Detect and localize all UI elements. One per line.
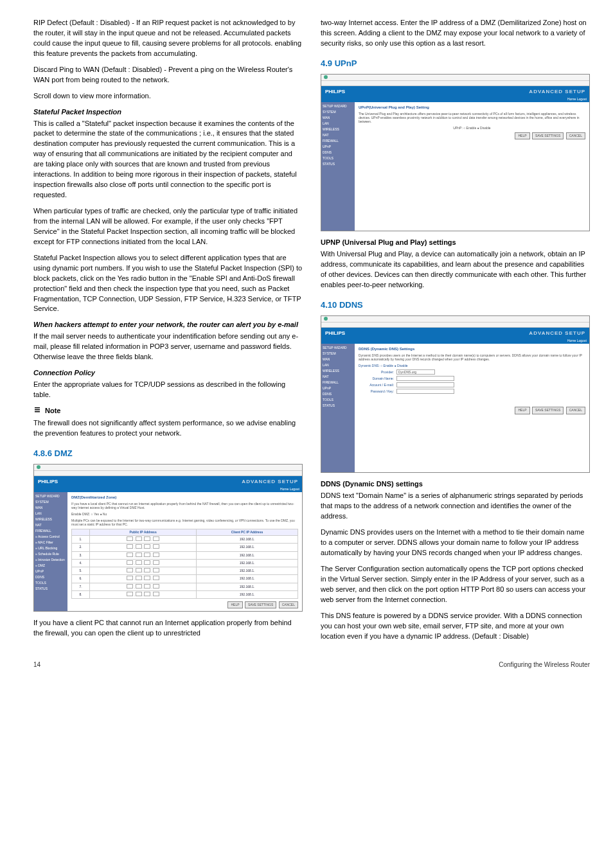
tab-bar: Home Logout — [34, 487, 302, 492]
save-button[interactable]: SAVE SETTINGS — [245, 601, 276, 608]
sidebar-item: SETUP WIZARD — [35, 493, 66, 499]
tab-bar: Home Logout — [321, 97, 589, 102]
brand-label: PHILIPS — [38, 478, 58, 486]
enable-dmz-field: Enable DMZ: ○ Yes ● No — [71, 512, 298, 516]
sidebar-item: » Schedule Rule — [35, 551, 66, 557]
help-button[interactable]: HELP — [515, 407, 529, 414]
help-button[interactable]: HELP — [515, 132, 529, 139]
main-panel: DMZ(Demilitarized Zone) If you have a lo… — [67, 492, 302, 611]
sidebar: SETUP WIZARD SYSTEM WAN LAN WIRELESS NAT… — [321, 102, 355, 231]
save-button[interactable]: SAVE SETTINGS — [532, 132, 564, 139]
screenshot-ddns: PHILIPS ADVANCED SETUP Home Logout SETUP… — [321, 315, 590, 474]
heading-486-dmz: 4.8.6 DMZ — [33, 448, 303, 460]
sidebar-item: UPnP — [323, 385, 353, 391]
sidebar-item: » Access Control — [35, 534, 66, 540]
domain-input[interactable] — [396, 376, 454, 381]
body-text: DDNS text "Domain Name" is a series of a… — [321, 491, 590, 522]
cancel-button[interactable]: CANCEL — [566, 407, 585, 414]
sidebar-item: TOOLS — [35, 580, 66, 586]
panel-title: DDNS (Dynamic DNS) Settings — [359, 346, 585, 352]
sidebar-item: NAT — [35, 522, 66, 528]
heading-upnp-settings: UPNP (Universal Plug and Play) settings — [321, 238, 590, 248]
heading-49-upnp: 4.9 UPnP — [321, 58, 590, 70]
brand-bar: PHILIPS ADVANCED SETUP — [321, 86, 589, 98]
note-label: Note — [45, 406, 60, 416]
provider-select[interactable]: DynDNS.org — [396, 369, 435, 375]
browser-addressbar — [34, 471, 302, 476]
main-panel: UPnP(Universal Plug and Play) Setting Th… — [355, 102, 589, 231]
upnp-field: UPnP: ○ Enable ● Disable — [359, 126, 585, 130]
advanced-label: ADVANCED SETUP — [529, 88, 585, 96]
browser-toolbar — [34, 465, 302, 471]
client-ip: 192.168.1. — [196, 551, 298, 559]
ddns-enable-field: Dynamic DNS: ○ Enable ● Disable — [359, 364, 408, 368]
sidebar-item: SYSTEM — [323, 351, 353, 357]
browser-toolbar — [321, 75, 589, 81]
panel-title: UPnP(Universal Plug and Play) Setting — [359, 105, 585, 111]
domain-label: Domain Name: — [359, 376, 394, 381]
note-heading: Note — [33, 406, 303, 417]
brand-bar: PHILIPS ADVANCED SETUP — [34, 476, 302, 488]
sidebar-item: UPnP — [323, 144, 353, 150]
body-text: Dynamic DNS provides users on the Intern… — [321, 527, 590, 558]
password-input[interactable] — [396, 389, 454, 394]
cancel-button[interactable]: CANCEL — [279, 601, 298, 608]
th-client-ip: Client PC IP Address — [196, 529, 298, 535]
client-ip: 192.168.1. — [196, 559, 298, 567]
sidebar: SETUP WIZARD SYSTEM WAN LAN WIRELESS NAT… — [34, 492, 67, 611]
sidebar-item: » URL Blocking — [35, 545, 66, 551]
body-text: When particular types of traffic are che… — [33, 206, 303, 247]
sidebar-item: NAT — [323, 132, 353, 138]
panel-desc: Multiple PCs can be exposed to the Inter… — [71, 518, 298, 526]
sidebar-item: WIRELESS — [323, 127, 353, 132]
body-text: With Universal Plug and Play, a device c… — [321, 249, 590, 290]
th-public-ip: Public IP Address — [90, 529, 197, 535]
footer-title: Configuring the Wireless Router — [499, 660, 590, 670]
browser-toolbar — [321, 316, 589, 323]
sidebar-item: SETUP WIZARD — [323, 345, 353, 351]
screenshot-upnp: PHILIPS ADVANCED SETUP Home Logout SETUP… — [321, 74, 590, 232]
heading-ddns-settings: DDNS (Dynamic DNS) settings — [321, 479, 590, 490]
sidebar-item: FIREWALL — [323, 138, 353, 144]
heading-connection-policy: Connection Policy — [33, 368, 303, 378]
save-button[interactable]: SAVE SETTINGS — [532, 407, 564, 414]
back-icon — [37, 465, 40, 469]
note-icon — [33, 406, 41, 417]
sidebar-item: WAN — [323, 115, 353, 121]
sidebar-item: UPnP — [35, 569, 66, 574]
client-ip: 192.168.1. — [196, 567, 298, 575]
advanced-label: ADVANCED SETUP — [529, 330, 585, 337]
account-label: Account / E-mail: — [359, 383, 394, 387]
sidebar-item: WAN — [323, 357, 353, 362]
sidebar-item: » DMZ — [35, 563, 66, 569]
sidebar-item: TOOLS — [323, 155, 353, 161]
brand-bar: PHILIPS ADVANCED SETUP — [321, 328, 589, 339]
cancel-button[interactable]: CANCEL — [566, 132, 585, 139]
sidebar-item: FIREWALL — [323, 380, 353, 385]
sidebar-item: NAT — [323, 374, 353, 380]
help-button[interactable]: HELP — [227, 601, 242, 608]
body-text: two-way Internet access. Enter the IP ad… — [321, 18, 590, 49]
back-icon — [324, 317, 328, 321]
sidebar-item: LAN — [323, 362, 353, 368]
sidebar-item: » MAC Filter — [35, 540, 66, 545]
body-text: The Server Configuration section automat… — [321, 564, 590, 605]
sidebar: SETUP WIZARD SYSTEM WAN LAN WIRELESS NAT… — [321, 344, 355, 472]
account-input[interactable] — [396, 382, 454, 387]
sidebar-item: DDNS — [323, 150, 353, 155]
sidebar-item: FIREWALL — [35, 528, 66, 534]
sidebar-item: STATUS — [323, 403, 353, 409]
body-text: Discard Ping to WAN (Default : Disabled)… — [33, 65, 303, 85]
client-ip: 192.168.1. — [196, 575, 298, 583]
advanced-label: ADVANCED SETUP — [242, 478, 298, 486]
sidebar-item: STATUS — [35, 586, 66, 592]
sidebar-item: SYSTEM — [323, 109, 353, 115]
sidebar-item: LAN — [35, 511, 66, 517]
body-text: If you have a client PC that cannot run … — [33, 618, 303, 639]
tab-bar: Home Logout — [321, 339, 589, 344]
body-text: This DNS feature is powered by a DDNS se… — [321, 611, 590, 642]
dmz-table: Public IP AddressClient PC IP Address 1.… — [71, 529, 298, 599]
page-footer: 14 Configuring the Wireless Router — [33, 660, 590, 670]
heading-410-ddns: 4.10 DDNS — [321, 299, 590, 312]
heading-spi: Stateful Packet Inspection — [33, 107, 303, 118]
